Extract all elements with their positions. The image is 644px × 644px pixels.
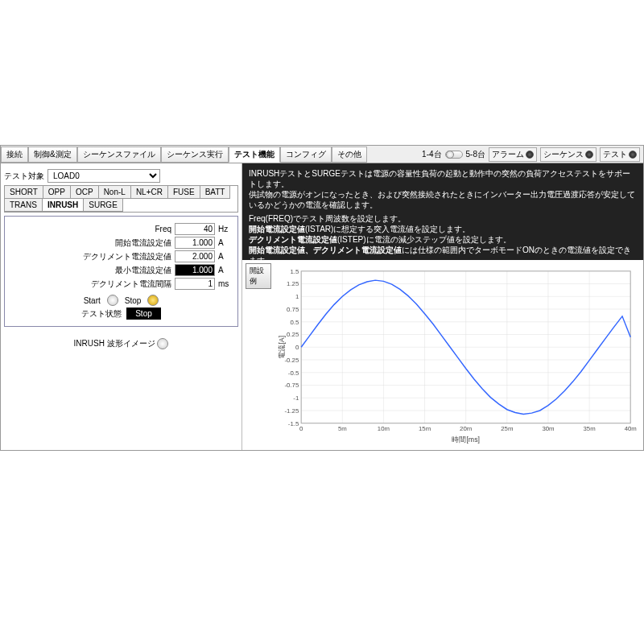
subtab-opp[interactable]: OPP bbox=[43, 186, 71, 199]
svg-text:30m: 30m bbox=[542, 425, 554, 432]
svg-text:5m: 5m bbox=[338, 425, 347, 432]
sine-chart: -1.5-1.25-1-0.75-0.5-0.2500.250.50.7511.… bbox=[276, 263, 637, 447]
target-label: テスト対象 bbox=[4, 171, 44, 182]
param-panel: Freq Hz 開始電流設定値 A デクリメント電流設定値 A 最小電流設定値 bbox=[4, 216, 238, 327]
left-panel: テスト対象 LOAD0 SHORT OPP OCP Non-L NL+CR FU… bbox=[1, 163, 242, 450]
subtab-fuse[interactable]: FUSE bbox=[168, 186, 200, 199]
test-status: テスト bbox=[600, 147, 640, 162]
sequence-status: シーケンス bbox=[540, 147, 597, 162]
svg-text:0: 0 bbox=[295, 344, 299, 351]
istop-label: 最小電流設定値 bbox=[83, 265, 171, 276]
svg-text:1.5: 1.5 bbox=[290, 268, 299, 275]
svg-text:10m: 10m bbox=[378, 425, 390, 432]
tab-config[interactable]: コンフィグ bbox=[280, 147, 332, 163]
right-panel: INRUSHテストとSURGEテストは電源の容量性負荷の起動と動作中の突然の負荷… bbox=[242, 163, 643, 450]
status-value: Stop bbox=[126, 308, 161, 320]
unit-range-toggle[interactable] bbox=[445, 151, 463, 159]
time-label: デクリメント電流間隔 bbox=[83, 279, 171, 290]
description-box: INRUSHテストとSURGEテストは電源の容量性負荷の起動と動作中の突然の負荷… bbox=[242, 163, 643, 260]
subtab-nlcr[interactable]: NL+CR bbox=[131, 186, 168, 199]
subtab-ocp[interactable]: OCP bbox=[71, 186, 99, 199]
tab-control-measure[interactable]: 制御&測定 bbox=[28, 147, 77, 163]
svg-text:-1: -1 bbox=[293, 394, 299, 402]
tab-sequence-file[interactable]: シーケンスファイル bbox=[77, 147, 161, 163]
svg-text:1: 1 bbox=[295, 293, 299, 300]
alarm-led-icon bbox=[526, 151, 534, 159]
svg-text:35m: 35m bbox=[584, 425, 596, 432]
svg-text:-1.25: -1.25 bbox=[284, 407, 299, 415]
time-input[interactable] bbox=[175, 278, 215, 290]
subtab-batt[interactable]: BATT bbox=[200, 186, 231, 199]
svg-text:15m: 15m bbox=[419, 425, 431, 432]
freq-label: Freq bbox=[83, 225, 171, 233]
sequence-led-icon bbox=[585, 151, 593, 159]
istop-unit: A bbox=[218, 266, 231, 275]
svg-text:時間[ms]: 時間[ms] bbox=[452, 436, 480, 444]
inrush-wave-label: INRUSH 波形イメージ bbox=[74, 339, 155, 348]
svg-text:20m: 20m bbox=[460, 425, 472, 432]
svg-text:-1.5: -1.5 bbox=[288, 420, 299, 427]
unit-range-left-label: 1-4台 bbox=[422, 149, 441, 160]
svg-text:電流[A]: 電流[A] bbox=[278, 336, 286, 359]
chart-area: 開設例 -1.5-1.25-1-0.75-0.5-0.2500.250.50.7… bbox=[242, 260, 643, 450]
istart-label: 開始電流設定値 bbox=[83, 237, 171, 249]
svg-text:0: 0 bbox=[299, 425, 303, 432]
svg-text:-0.25: -0.25 bbox=[284, 357, 299, 364]
svg-text:-0.75: -0.75 bbox=[284, 382, 299, 389]
freq-unit: Hz bbox=[218, 225, 231, 233]
svg-text:-0.5: -0.5 bbox=[288, 369, 299, 377]
example-button[interactable]: 開設例 bbox=[246, 263, 271, 289]
app-window: 接続 制御&測定 シーケンスファイル シーケンス実行 テスト機能 コンフィグ そ… bbox=[0, 145, 644, 451]
subtab-trans[interactable]: TRANS bbox=[5, 199, 43, 212]
test-type-tabs: SHORT OPP OCP Non-L NL+CR FUSE BATT TRAN… bbox=[4, 185, 238, 213]
target-select[interactable]: LOAD0 bbox=[47, 169, 160, 183]
subtab-inrush[interactable]: INRUSH bbox=[43, 199, 84, 212]
start-label: Start bbox=[84, 296, 101, 305]
tab-other[interactable]: その他 bbox=[332, 147, 367, 163]
stop-label: Stop bbox=[125, 296, 142, 305]
tab-sequence-run[interactable]: シーケンス実行 bbox=[161, 147, 229, 163]
test-led-icon bbox=[629, 151, 637, 159]
svg-text:25m: 25m bbox=[501, 425, 513, 432]
istep-unit: A bbox=[218, 252, 231, 261]
istart-input[interactable] bbox=[175, 237, 215, 249]
topbar-status-area: 1-4台 5-8台 アラーム シーケンス テスト bbox=[422, 147, 643, 162]
unit-range-right-label: 5-8台 bbox=[466, 149, 485, 160]
inrush-wave-button[interactable] bbox=[157, 338, 168, 349]
svg-text:0.5: 0.5 bbox=[290, 319, 299, 326]
tab-test-function[interactable]: テスト機能 bbox=[229, 147, 280, 163]
alarm-status: アラーム bbox=[489, 147, 537, 162]
svg-text:1.25: 1.25 bbox=[287, 280, 299, 287]
subtab-short[interactable]: SHORT bbox=[5, 186, 43, 199]
freq-input[interactable] bbox=[175, 223, 215, 235]
svg-text:0.25: 0.25 bbox=[287, 331, 299, 338]
stop-button[interactable] bbox=[147, 295, 159, 306]
chart-plot: -1.5-1.25-1-0.75-0.5-0.2500.250.50.7511.… bbox=[275, 260, 643, 450]
svg-text:40m: 40m bbox=[625, 425, 637, 432]
tab-connect[interactable]: 接続 bbox=[1, 147, 28, 163]
time-unit: ms bbox=[218, 279, 231, 288]
subtab-nonl[interactable]: Non-L bbox=[99, 186, 131, 199]
subtab-surge[interactable]: SURGE bbox=[84, 199, 123, 212]
content-area: テスト対象 LOAD0 SHORT OPP OCP Non-L NL+CR FU… bbox=[1, 163, 643, 450]
main-tabs-bar: 接続 制御&測定 シーケンスファイル シーケンス実行 テスト機能 コンフィグ そ… bbox=[1, 146, 643, 163]
istep-label: デクリメント電流設定値 bbox=[83, 251, 171, 262]
istop-input[interactable] bbox=[175, 264, 215, 276]
start-button[interactable] bbox=[107, 295, 118, 306]
istart-unit: A bbox=[218, 238, 231, 247]
istep-input[interactable] bbox=[175, 250, 215, 262]
svg-text:0.75: 0.75 bbox=[287, 306, 299, 313]
status-label: テスト状態 bbox=[81, 308, 122, 320]
